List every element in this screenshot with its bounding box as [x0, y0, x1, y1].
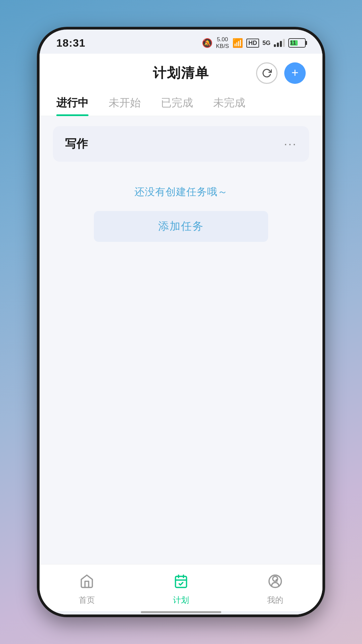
- category-card: 写作 ···: [53, 126, 309, 162]
- main-content: 写作 ··· 还没有创建任务哦～ 添加任务: [40, 116, 322, 564]
- empty-message: 还没有创建任务哦～: [134, 185, 228, 199]
- nav-item-home[interactable]: 首页: [40, 574, 134, 605]
- home-indicator: [40, 611, 322, 614]
- plan-icon: [174, 574, 188, 592]
- home-icon: [79, 574, 94, 592]
- app-content: 计划清单 + 进行中 未开始 已完: [40, 54, 322, 614]
- wifi-icon: 📶: [232, 38, 243, 48]
- tab-in-progress[interactable]: 进行中: [56, 89, 88, 116]
- tab-completed[interactable]: 已完成: [161, 89, 193, 116]
- app-header: 计划清单 +: [40, 54, 322, 89]
- plus-icon: +: [291, 67, 298, 79]
- svg-rect-0: [175, 576, 186, 587]
- status-bar: 18:31 🔕 5.00 KB/S 📶 HD 5G: [40, 30, 322, 54]
- battery-level: 11: [290, 40, 296, 46]
- battery-indicator: 11: [288, 38, 306, 48]
- add-plan-button[interactable]: +: [284, 62, 306, 84]
- refresh-icon: [262, 68, 272, 78]
- refresh-button[interactable]: [256, 62, 278, 84]
- header-actions: +: [256, 62, 306, 84]
- svg-point-4: [273, 576, 278, 581]
- phone-shell: 18:31 🔕 5.00 KB/S 📶 HD 5G: [37, 27, 325, 617]
- network-type: 5G: [262, 40, 270, 47]
- nav-label-plan: 计划: [173, 595, 189, 605]
- page-title: 计划清单: [153, 64, 209, 82]
- home-bar: [141, 611, 221, 613]
- mute-icon: 🔕: [202, 38, 213, 48]
- signal-bars: [274, 39, 285, 47]
- nav-item-plan[interactable]: 计划: [134, 574, 228, 605]
- nav-label-home: 首页: [79, 595, 95, 605]
- add-task-button[interactable]: 添加任务: [94, 211, 268, 242]
- hd-badge: HD: [246, 39, 259, 48]
- tab-not-started[interactable]: 未开始: [109, 89, 141, 116]
- bottom-nav: 首页 计划: [40, 564, 322, 611]
- nav-label-profile: 我的: [267, 595, 283, 605]
- status-icons: 🔕 5.00 KB/S 📶 HD 5G 11: [202, 36, 306, 50]
- nav-item-profile[interactable]: 我的: [228, 574, 322, 605]
- empty-state: 还没有创建任务哦～ 添加任务: [53, 172, 309, 252]
- tabs-bar: 进行中 未开始 已完成 未完成: [40, 89, 322, 116]
- profile-icon: [268, 574, 283, 592]
- status-time: 18:31: [56, 37, 85, 49]
- tab-incomplete[interactable]: 未完成: [213, 89, 245, 116]
- network-speed: 5.00 KB/S: [216, 36, 229, 50]
- category-name: 写作: [65, 136, 88, 152]
- more-options-button[interactable]: ···: [284, 137, 297, 151]
